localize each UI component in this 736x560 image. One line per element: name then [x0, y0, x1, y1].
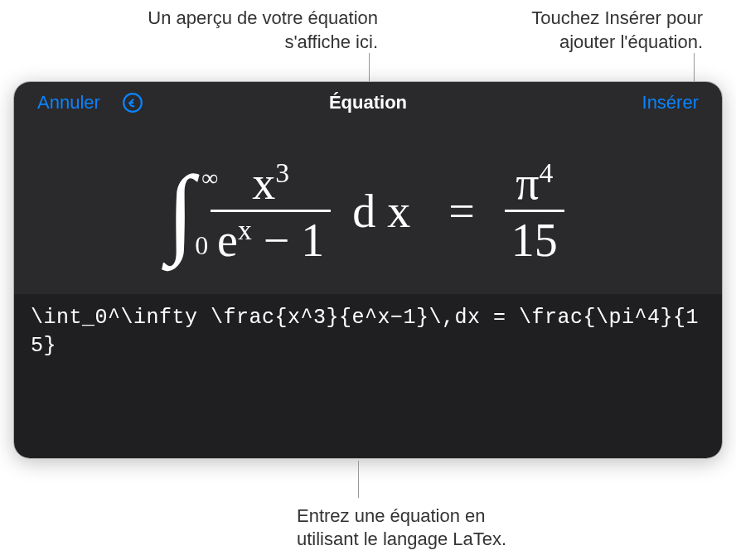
- integral-upper-bound: ∞: [201, 165, 218, 191]
- fraction-right-numerator: π4: [509, 160, 559, 210]
- equation-toolbar: Annuler Équation Insérer: [14, 82, 722, 123]
- equals-sign: =: [448, 185, 475, 238]
- latex-input-area[interactable]: \int_0^\infty \frac{x^3}{e^x−1}\,dx = \f…: [14, 294, 722, 459]
- differential-dx: d x: [352, 185, 410, 238]
- fraction-left-denominator: ex − 1: [211, 212, 331, 263]
- leader-line-input: [358, 461, 359, 498]
- callout-input: Entrez une équation en utilisant le lang…: [297, 504, 545, 552]
- integral-sign: ∫: [167, 162, 194, 261]
- undo-icon[interactable]: [122, 92, 143, 113]
- callout-insert: Touchez Insérer pour ajouter l'équation.: [471, 7, 703, 54]
- integral-lower-bound: 0: [195, 230, 208, 261]
- insert-button[interactable]: Insérer: [642, 92, 699, 113]
- cancel-button[interactable]: Annuler: [37, 92, 100, 113]
- equation-editor-panel: Annuler Équation Insérer ∫ ∞ 0 x3: [13, 81, 723, 459]
- rendered-equation: ∫ ∞ 0 x3 ex − 1 d x = π4 15: [14, 128, 722, 294]
- fraction-right-denominator: 15: [505, 212, 564, 263]
- fraction-left-numerator: x3: [245, 160, 296, 210]
- equation-preview-area: Annuler Équation Insérer ∫ ∞ 0 x3: [14, 82, 722, 294]
- latex-source-text[interactable]: \int_0^\infty \frac{x^3}{e^x−1}\,dx = \f…: [31, 304, 705, 360]
- callout-preview: Un aperçu de votre équation s'affiche ic…: [113, 7, 378, 54]
- fraction-left: x3 ex − 1: [211, 160, 331, 263]
- integral-block: ∫ ∞ 0: [167, 162, 194, 261]
- panel-title: Équation: [329, 92, 407, 113]
- fraction-right: π4 15: [505, 160, 564, 263]
